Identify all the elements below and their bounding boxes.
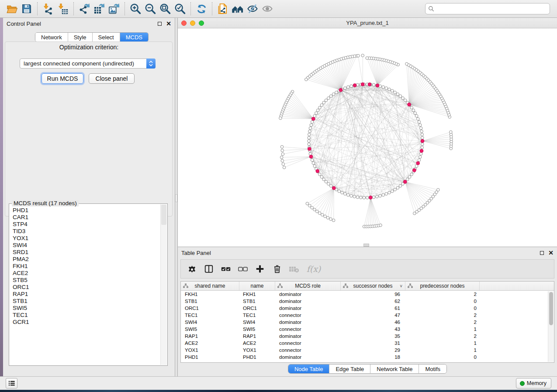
mcds-node-item[interactable]: GCR1 — [13, 319, 160, 326]
mcds-node-item[interactable]: CAR1 — [13, 214, 160, 221]
table-row[interactable]: SWI4SWI4dominator462 — [181, 319, 548, 326]
import-table-button[interactable] — [55, 1, 70, 16]
clone-network-button[interactable] — [215, 1, 230, 16]
table-row[interactable]: YOX1YOX1connector291 — [181, 347, 548, 354]
toggle-panes-button[interactable] — [203, 263, 214, 275]
network-titlebar[interactable]: YPA_prune.txt_1 — [178, 18, 557, 28]
table-cell: SWI5 — [181, 327, 239, 332]
table-scrollbar[interactable] — [548, 291, 554, 362]
column-header-successor-nodes[interactable]: successor nodes˅ — [341, 282, 405, 290]
mcds-node-item[interactable]: FKH1 — [13, 263, 160, 270]
zoom-selected-button[interactable] — [173, 1, 187, 16]
table-cell: dominator — [275, 299, 341, 304]
zoom-in-button[interactable] — [128, 1, 143, 16]
home-layout-button[interactable] — [230, 1, 245, 16]
mcds-node-item[interactable]: STB5 — [13, 277, 160, 284]
table-row[interactable]: STB1STB1dominator620 — [181, 298, 548, 305]
footer-tab-edge-table[interactable]: Edge Table — [329, 364, 370, 373]
table-row[interactable]: ORC1ORC1dominator610 — [181, 305, 548, 312]
show-hide-button[interactable] — [260, 1, 275, 16]
two-homes-icon — [231, 2, 244, 15]
table-settings-button[interactable] — [186, 263, 197, 275]
mcds-node-item[interactable]: TEC1 — [13, 312, 160, 319]
mcds-result-list[interactable]: PHD1CAR1STP4TID3YOX1SWI4SRD1PMA2FKH1ACE2… — [10, 204, 160, 365]
tab-network[interactable]: Network — [35, 33, 68, 41]
mcds-node-item[interactable]: RAP1 — [13, 291, 160, 298]
trash-icon — [273, 265, 282, 274]
tab-style[interactable]: Style — [68, 33, 93, 41]
delete-table-button[interactable] — [288, 263, 300, 275]
mcds-node-item[interactable]: TID3 — [13, 228, 160, 235]
column-header-name[interactable]: name — [239, 282, 275, 290]
network-canvas[interactable] — [178, 28, 557, 247]
footer-tab-network-table[interactable]: Network Table — [370, 364, 419, 373]
node-table: shared namenameMCDS rolesuccessor nodes˅… — [180, 281, 554, 363]
search-box[interactable] — [425, 3, 550, 14]
float-panel-icon[interactable] — [158, 22, 162, 26]
run-mcds-button[interactable]: Run MCDS — [42, 73, 83, 84]
function-builder-button[interactable]: f(x) — [305, 263, 322, 275]
table-cell: connector — [275, 340, 341, 346]
close-panel-button[interactable]: Close panel — [89, 73, 135, 84]
column-label: predecessor nodes — [420, 283, 464, 289]
gear-icon — [187, 265, 197, 274]
table-scrollbar-thumb[interactable] — [549, 292, 553, 325]
horizontal-splitter-grip[interactable] — [363, 244, 369, 247]
toolbar-separator — [37, 2, 38, 15]
splitter-grip[interactable] — [175, 194, 177, 202]
mcds-node-item[interactable]: STB1 — [13, 298, 160, 305]
import-network-button[interactable] — [41, 1, 55, 16]
optimization-criterion-select[interactable]: largest connected component (undirected) — [20, 58, 156, 69]
export-table-button[interactable] — [92, 1, 107, 16]
table-cell: 35 — [341, 334, 405, 339]
mcds-node-item[interactable]: ORC1 — [13, 284, 160, 291]
export-network-button[interactable] — [77, 1, 92, 16]
mcds-node-item[interactable]: YOX1 — [13, 235, 160, 242]
table-cell: dominator — [275, 334, 341, 339]
column-header-MCDS-role[interactable]: MCDS role — [275, 282, 341, 290]
mcds-list-scrollbar[interactable] — [160, 204, 167, 365]
zoom-out-button[interactable] — [143, 1, 158, 16]
delete-column-button[interactable] — [271, 263, 283, 275]
table-cell: FKH1 — [181, 292, 239, 297]
tab-mcds[interactable]: MCDS — [120, 33, 148, 41]
mcds-node-item[interactable]: PHD1 — [13, 207, 160, 214]
table-row[interactable]: PHD1PHD1dominator180 — [181, 354, 548, 361]
column-header-shared-name[interactable]: shared name — [181, 282, 239, 290]
mcds-node-item[interactable]: SRD1 — [13, 249, 160, 256]
open-file-button[interactable] — [4, 1, 19, 16]
select-all-columns-button[interactable] — [220, 263, 232, 275]
table-panel-title: Table Panel — [181, 250, 211, 256]
mcds-node-item[interactable]: ACE2 — [13, 270, 160, 277]
refresh-icon — [196, 3, 208, 15]
search-input[interactable] — [436, 6, 547, 12]
close-panel-icon[interactable]: ✕ — [166, 21, 171, 26]
footer-tab-motifs[interactable]: Motifs — [419, 364, 446, 373]
create-column-button[interactable] — [254, 263, 266, 275]
mcds-node-item[interactable]: STP4 — [13, 221, 160, 228]
export-image-button[interactable] — [107, 1, 121, 16]
table-row[interactable]: TEC1TEC1connector472 — [181, 312, 548, 319]
float-panel-icon[interactable] — [540, 251, 544, 255]
vertical-splitter[interactable] — [175, 18, 178, 376]
table-cell: 2 — [405, 292, 480, 297]
mcds-node-item[interactable]: SWI5 — [13, 305, 160, 312]
save-session-button[interactable] — [19, 1, 34, 16]
mcds-node-item[interactable]: PMA2 — [13, 256, 160, 263]
graphics-details-button[interactable] — [245, 1, 260, 16]
task-history-button[interactable] — [6, 378, 17, 389]
tab-select[interactable]: Select — [93, 33, 120, 41]
mcds-node-item[interactable]: SWI4 — [13, 242, 160, 249]
footer-tab-node-table[interactable]: Node Table — [288, 364, 330, 373]
table-row[interactable]: RAP1RAP1dominator352 — [181, 333, 548, 340]
import-table-icon — [57, 3, 69, 15]
close-panel-icon[interactable]: ✕ — [548, 251, 554, 255]
zoom-fit-button[interactable] — [158, 1, 173, 16]
table-row[interactable]: ACE2ACE2connector311 — [181, 340, 548, 347]
column-header-predecessor-nodes[interactable]: predecessor nodes — [405, 282, 480, 290]
memory-button[interactable]: Memory — [516, 378, 551, 389]
refresh-button[interactable] — [194, 1, 209, 16]
deselect-all-columns-button[interactable] — [237, 263, 249, 275]
table-row[interactable]: SWI5SWI5connector431 — [181, 326, 548, 333]
table-row[interactable]: FKH1FKH1dominator962 — [181, 291, 548, 298]
